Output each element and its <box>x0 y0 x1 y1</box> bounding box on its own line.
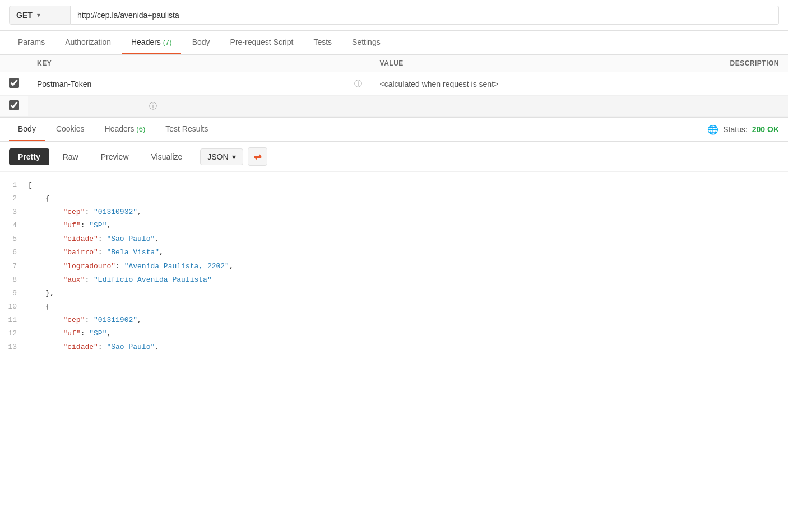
resp-headers-badge: (6) <box>136 125 145 133</box>
json-line: 6 "bairro": "Bela Vista", <box>0 246 788 259</box>
json-key: "aux" <box>63 276 85 284</box>
line-number: 5 <box>0 233 28 245</box>
line-number: 10 <box>0 301 28 313</box>
json-viewer[interactable]: 1[2 {3 "cep": "01310932",4 "uf": "SP",5 … <box>0 172 788 504</box>
line-number: 8 <box>0 274 28 286</box>
view-pretty[interactable]: Pretty <box>9 148 49 165</box>
resp-tab-testresults[interactable]: Test Results <box>156 118 217 141</box>
response-tabs: Body Cookies Headers (6) Test Results <box>9 118 217 141</box>
wrap-button[interactable]: ⇌ <box>248 147 267 166</box>
json-key: "cidade" <box>63 235 98 243</box>
json-line: 2 { <box>0 192 788 206</box>
json-string: "São Paulo" <box>106 235 155 243</box>
method-selector[interactable]: GET ▾ <box>9 6 71 25</box>
json-key: "uf" <box>63 221 80 230</box>
resp-tab-body[interactable]: Body <box>9 118 45 141</box>
info-icon[interactable]: ⓘ <box>354 79 362 88</box>
json-line: 3 "cep": "01310932", <box>0 206 788 219</box>
col-desc: DESCRIPTION <box>721 55 788 72</box>
json-key: "logradouro" <box>63 262 115 270</box>
json-key: "bairro" <box>63 248 98 256</box>
line-content: { <box>28 193 788 205</box>
json-line: 9 }, <box>0 287 788 300</box>
line-number: 9 <box>0 287 28 300</box>
tab-headers[interactable]: Headers (7) <box>122 31 181 54</box>
header-key: Postman-Token <box>37 80 91 88</box>
line-content: "cep": "01311902", <box>28 314 788 326</box>
json-line: 5 "cidade": "São Paulo", <box>0 232 788 246</box>
view-preview[interactable]: Preview <box>92 148 138 165</box>
tab-tests[interactable]: Tests <box>304 31 341 54</box>
format-selector[interactable]: JSON ▾ <box>200 148 243 165</box>
resp-tab-cookies[interactable]: Cookies <box>47 118 94 141</box>
line-number: 11 <box>0 314 28 326</box>
chevron-down-icon: ▾ <box>37 11 40 19</box>
json-key: "cep" <box>63 316 85 324</box>
line-content: { <box>28 301 788 313</box>
body-toolbar: Pretty Raw Preview Visualize JSON ▾ ⇌ <box>0 142 788 172</box>
format-chevron: ▾ <box>232 152 236 161</box>
json-string: "SP" <box>89 329 106 338</box>
json-line: 8 "aux": "Edifício Avenida Paulista" <box>0 273 788 287</box>
line-content: "cidade": "São Paulo", <box>28 341 788 353</box>
url-input[interactable] <box>71 6 779 25</box>
json-line: 13 "cidade": "São Paulo", <box>0 340 788 354</box>
status-value: 200 OK <box>752 125 779 134</box>
table-row-partial: ⓘ <box>0 96 788 117</box>
json-string: "01311902" <box>94 316 137 324</box>
json-line: 7 "logradouro": "Avenida Paulista, 2202"… <box>0 260 788 273</box>
json-string: "Edifício Avenida Paulista" <box>94 276 212 284</box>
json-string: "Bela Vista" <box>106 248 159 256</box>
line-number: 7 <box>0 260 28 273</box>
tab-params[interactable]: Params <box>9 31 54 54</box>
headers-table: KEY VALUE DESCRIPTION Postman-Token ⓘ <c… <box>0 55 788 117</box>
request-tabs: Params Authorization Headers (7) Body Pr… <box>0 31 788 55</box>
wrap-icon: ⇌ <box>254 151 261 162</box>
line-content: }, <box>28 287 788 300</box>
line-number: 13 <box>0 341 28 353</box>
globe-icon: 🌐 <box>707 124 719 135</box>
json-string: "SP" <box>89 221 106 230</box>
line-content: [ <box>28 179 788 192</box>
line-content: "aux": "Edifício Avenida Paulista" <box>28 274 788 286</box>
line-number: 1 <box>0 179 28 192</box>
headers-badge: (7) <box>163 38 172 46</box>
json-line: 11 "cep": "01311902", <box>0 314 788 327</box>
json-line: 10 { <box>0 300 788 314</box>
headers-section: KEY VALUE DESCRIPTION Postman-Token ⓘ <c… <box>0 55 788 118</box>
tab-authorization[interactable]: Authorization <box>56 31 120 54</box>
response-tabs-bar: Body Cookies Headers (6) Test Results 🌐 … <box>0 118 788 142</box>
line-number: 4 <box>0 220 28 232</box>
line-content: "cep": "01310932", <box>28 206 788 218</box>
tab-body[interactable]: Body <box>183 31 219 54</box>
tab-settings[interactable]: Settings <box>343 31 390 54</box>
view-raw[interactable]: Raw <box>54 148 87 165</box>
response-meta: 🌐 Status: 200 OK <box>707 124 779 135</box>
json-string: "01310932" <box>94 208 137 216</box>
header-value: <calculated when request is sent> <box>380 80 499 88</box>
line-number: 2 <box>0 193 28 205</box>
row-checkbox[interactable] <box>9 78 19 88</box>
line-content: "cidade": "São Paulo", <box>28 233 788 245</box>
line-number: 12 <box>0 328 28 340</box>
resp-tab-headers[interactable]: Headers (6) <box>96 118 155 141</box>
json-line: 1[ <box>0 179 788 192</box>
line-number: 3 <box>0 206 28 218</box>
row-checkbox-2[interactable] <box>9 100 19 110</box>
json-string: "São Paulo" <box>106 343 155 351</box>
info-icon-2: ⓘ <box>149 101 157 110</box>
line-content: "bairro": "Bela Vista", <box>28 246 788 259</box>
format-label: JSON <box>207 152 228 161</box>
json-key: "cidade" <box>63 343 98 351</box>
col-key: KEY <box>28 55 345 72</box>
url-bar: GET ▾ <box>0 0 788 31</box>
json-string: "Avenida Paulista, 2202" <box>124 262 229 270</box>
view-visualize[interactable]: Visualize <box>142 148 192 165</box>
line-content: "uf": "SP", <box>28 328 788 340</box>
status-label: Status: <box>723 125 748 134</box>
tab-prerequest[interactable]: Pre-request Script <box>221 31 303 54</box>
json-key: "uf" <box>63 329 80 338</box>
method-label: GET <box>16 11 33 20</box>
table-row: Postman-Token ⓘ <calculated when request… <box>0 72 788 96</box>
json-key: "cep" <box>63 208 85 216</box>
